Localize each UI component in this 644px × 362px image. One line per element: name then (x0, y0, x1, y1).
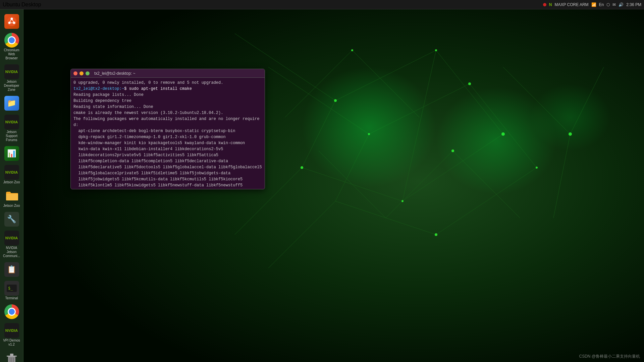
svg-point-32 (435, 233, 437, 236)
terminal-dock-icon: $_ (4, 281, 19, 296)
sidebar-item-chromium[interactable]: Chromium Web Browser (1, 32, 22, 62)
sidebar-item-trash[interactable] (1, 351, 22, 362)
files-icon: 📁 (4, 96, 19, 111)
term-line-18: libkf5newstuffcore5 libkf5package-data l… (73, 188, 262, 189)
terminal-window[interactable]: tx2_lei@tx2-desktop: ~ 0 upgraded, 0 new… (70, 69, 265, 189)
l4t-folder-icon (4, 188, 19, 203)
sidebar-item-nvidia-jsf[interactable]: NVIDIA JetsonSupportForums (1, 113, 22, 143)
nvidia-vpi-icon: NVIDIA (4, 323, 19, 338)
desktop: Ubuntu Desktop N MAXP CORE ARM 📶 En ⬡ ✉ … (0, 0, 644, 362)
terminal-titlebar: tx2_lei@tx2-desktop: ~ (71, 69, 265, 78)
term-line-8: apt-clone archdetect-deb bogl-bterm busy… (73, 128, 262, 134)
taskbar: Ubuntu Desktop N MAXP CORE ARM 📶 En ⬡ ✉ … (0, 0, 644, 9)
sidebar-item-settings[interactable]: 🔧 (1, 210, 22, 228)
term-line-11: kwin-data kwin-x11 libdebian-installer4 … (73, 146, 262, 152)
nvidia-vpi-label: VPI Demosv1.2 (3, 339, 20, 347)
term-line-6: cmake is already the newest version (3.1… (73, 110, 262, 116)
svg-point-30 (468, 82, 471, 85)
dock: Chromium Web Browser NVIDIA JetsonDevelo… (0, 9, 23, 362)
settings-icon: 🔧 (4, 212, 19, 227)
clipboard-icon: 📋 (4, 262, 19, 277)
term-line-13: libkf5completion-data libkf5completion5 … (73, 158, 262, 164)
chromium-label: Chromium Web Browser (2, 48, 21, 60)
status-indicator (543, 3, 546, 6)
svg-point-25 (435, 49, 437, 51)
window-minimize-button[interactable] (79, 71, 84, 75)
mail-icon[interactable]: ✉ (612, 2, 616, 7)
term-line-1: 0 upgraded, 0 newly installed, 0 to remo… (73, 80, 262, 86)
ubuntu-icon (4, 14, 19, 29)
nvidia-jsf-label: JetsonSupportForums (6, 130, 17, 142)
term-line-5: Reading state information... Done (73, 104, 262, 110)
svg-point-34 (351, 49, 353, 51)
nvidia-jc-label: NVIDIAJetsonCommuni... (3, 246, 20, 258)
nvidia-jz-icon: NVIDIA (4, 165, 19, 180)
bluetooth-icon[interactable]: ⬡ (606, 2, 610, 7)
term-line-14: libkf5declarative5 libkf5doctools5 libkf… (73, 164, 262, 170)
terminal-title: tx2_lei@tx2-desktop: ~ (94, 71, 136, 76)
svg-point-38 (530, 84, 610, 151)
watermark-text: CSDN @鲁棒最小二乘支持向量机 (579, 354, 640, 359)
taskbar-left: Ubuntu Desktop (3, 2, 41, 8)
sidebar-item-nvidia-jz[interactable]: NVIDIA Jetson Zoo (1, 164, 22, 186)
svg-text:$_: $_ (8, 286, 13, 291)
sidebar-item-nvidia-vpi[interactable]: NVIDIA VPI Demosv1.2 (1, 322, 22, 348)
term-line-12: libkdecorations2private5v5 libkf5activit… (73, 152, 262, 158)
svg-rect-49 (7, 356, 17, 357)
chromium-icon (4, 33, 19, 48)
nvidia-tray-label: MAXP CORE ARM (554, 2, 588, 7)
term-prompt: tx2_lei@tx2-desktop: (73, 86, 122, 91)
term-line-2: tx2_lei@tx2-desktop:~$ sudo apt-get inst… (73, 86, 262, 92)
svg-rect-50 (10, 354, 13, 356)
clock: 2:36 PM (626, 2, 641, 7)
nvidia-tray-icon[interactable]: N (549, 2, 552, 7)
svg-point-27 (401, 200, 404, 202)
svg-point-28 (301, 166, 303, 169)
sidebar-item-calc[interactable]: 📊 (1, 145, 22, 162)
sidebar-item-clipboard[interactable]: 📋 (1, 261, 22, 278)
sidebar-item-l4t[interactable]: Jetson Zoo (1, 187, 22, 209)
taskbar-right: N MAXP CORE ARM 📶 En ⬡ ✉ 🔊 2:36 PM (543, 2, 641, 7)
sidebar-item-chromium2[interactable] (1, 303, 22, 320)
term-line-7: The following packages were automaticall… (73, 116, 262, 128)
term-line-17: libkf5klontlm5 libkf5kiowidgets5 libkf5n… (73, 182, 262, 188)
chromium2-icon (4, 304, 19, 319)
terminal-label: Terminal (5, 296, 18, 300)
nvidia-jsf-icon: NVIDIA (4, 115, 19, 129)
term-line-4: Building dependency tree (73, 98, 262, 104)
sidebar-item-files[interactable]: 📁 (1, 95, 22, 112)
keyboard-layout[interactable]: En (599, 2, 604, 7)
nvidia-jz-label: Jetson Zoo (3, 180, 20, 184)
term-line-9: dpkg-repack gir1.2-timezonemap-1.0 gir1.… (73, 134, 262, 140)
window-close-button[interactable] (73, 71, 77, 75)
window-maximize-button[interactable] (86, 71, 90, 75)
sidebar-item-nvidia-jdz[interactable]: NVIDIA JetsonDeveloperZone (1, 63, 22, 93)
nvidia-jdz-icon: NVIDIA (4, 64, 19, 79)
l4t-label: Jetson Zoo (3, 204, 20, 208)
nvidia-jdz-label: JetsonDeveloperZone (4, 80, 19, 92)
term-line-3: Reading package lists... Done (73, 92, 262, 98)
trash-icon (4, 352, 19, 362)
wifi-icon[interactable]: 📶 (591, 2, 596, 7)
term-line-16: libkf5jobwidgets5 libkf5kcmutils-data li… (73, 176, 262, 182)
sidebar-item-terminal[interactable]: $_ Terminal (1, 280, 22, 302)
volume-icon[interactable]: 🔊 (619, 2, 624, 7)
nvidia-jc-icon: NVIDIA (4, 231, 19, 245)
watermark: CSDN @鲁棒最小二乘支持向量机 (579, 354, 640, 359)
taskbar-title: Ubuntu Desktop (3, 2, 41, 8)
term-line-15: libkf5globalaccelprivate5 libkf5idletime… (73, 170, 262, 176)
sidebar-item-system[interactable] (1, 13, 22, 30)
terminal-content[interactable]: 0 upgraded, 0 newly installed, 0 to remo… (71, 78, 265, 189)
term-line-10: kde-window-manager kinit kio kpackagetoo… (73, 140, 262, 146)
sidebar-item-nvidia-jc[interactable]: NVIDIA NVIDIAJetsonCommuni... (1, 229, 22, 259)
svg-point-36 (302, 67, 436, 188)
calc-icon: 📊 (4, 146, 19, 161)
